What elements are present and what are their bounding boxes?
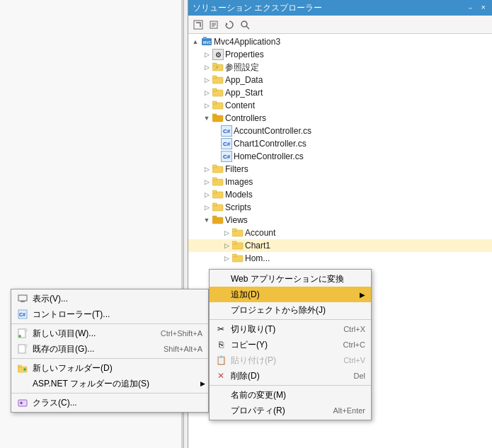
menu1-existing-item[interactable]: 既存の項目(G)... Shift+Alt+A bbox=[11, 341, 208, 357]
expander-controllers[interactable]: ▼ bbox=[201, 113, 212, 124]
images-label: Images bbox=[225, 177, 253, 187]
tree-item-references[interactable]: ▷ ↗ 参照設定 bbox=[188, 61, 492, 74]
panel-titlebar: ソリューション エクスプローラー － × bbox=[188, 0, 492, 16]
menu2-rename-icon bbox=[214, 389, 228, 401]
tree-item-app-data[interactable]: ▷ App_Data bbox=[188, 74, 492, 86]
expander-references[interactable]: ▷ bbox=[201, 62, 212, 73]
tree-item-content[interactable]: ▷ Content bbox=[188, 99, 492, 112]
chart1-icon bbox=[232, 240, 244, 251]
toolbar-search-icon[interactable] bbox=[238, 18, 252, 32]
titlebar-buttons: － × bbox=[464, 3, 488, 13]
menu1-existing-item-label: 既存の項目(G)... bbox=[33, 343, 149, 355]
properties-label: Properties bbox=[225, 50, 264, 59]
account-icon bbox=[232, 227, 244, 239]
tree-item-views[interactable]: ▼ Views bbox=[188, 214, 492, 226]
menu2-copy-icon: ⎘ bbox=[214, 339, 228, 350]
tree-item-home[interactable]: ▷ Hom... bbox=[188, 252, 492, 265]
menu2-delete[interactable]: ✕ 削除(D) Del bbox=[210, 368, 371, 384]
menu1-sep3 bbox=[11, 393, 208, 394]
menu2-cut[interactable]: ✂ 切り取り(T) Ctrl+X bbox=[210, 321, 371, 337]
svg-text:↗: ↗ bbox=[214, 65, 219, 70]
tree-item-filters[interactable]: ▷ Filters bbox=[188, 163, 492, 176]
svg-rect-27 bbox=[212, 190, 217, 193]
home-ctrl-label: HomeController.cs bbox=[234, 151, 304, 161]
menu2-web-convert-label: Web アプリケーションに変換 bbox=[231, 273, 365, 285]
tree-item-models[interactable]: ▷ Models bbox=[188, 188, 492, 201]
menu2-add-icon bbox=[214, 289, 228, 300]
close-button[interactable]: × bbox=[479, 3, 488, 13]
menu1-controller-icon: C# bbox=[16, 309, 30, 320]
tree-item-chart1[interactable]: ▷ Chart1 bbox=[188, 239, 492, 252]
chart1-ctrl-icon: C# bbox=[221, 138, 232, 149]
tree-item-account-ctrl[interactable]: C# AccountController.cs bbox=[188, 125, 492, 137]
menu2-exclude-icon bbox=[214, 304, 228, 316]
menu1-class[interactable]: ✦ クラス(C)... bbox=[11, 395, 208, 410]
tree-item-scripts[interactable]: ▷ Scripts bbox=[188, 201, 492, 214]
menu2-paste[interactable]: 📋 貼り付け(P) Ctrl+V bbox=[210, 352, 371, 368]
svg-rect-21 bbox=[212, 114, 217, 117]
expander-app-data[interactable]: ▷ bbox=[201, 74, 212, 86]
app-data-label: App_Data bbox=[225, 75, 263, 85]
expander-root[interactable]: ▲ bbox=[190, 36, 201, 47]
menu1-aspnet-folder-label: ASP.NET フォルダーの追加(S) bbox=[33, 378, 202, 390]
tree-item-images[interactable]: ▷ Images bbox=[188, 176, 492, 188]
expander-views[interactable]: ▼ bbox=[201, 214, 212, 226]
chart1-label: Chart1 bbox=[245, 241, 270, 251]
expander-scripts[interactable]: ▷ bbox=[201, 202, 212, 213]
expander-filters[interactable]: ▷ bbox=[201, 163, 212, 175]
menu2-add[interactable]: 追加(D) ▶ bbox=[210, 287, 371, 302]
svg-rect-15 bbox=[212, 76, 217, 79]
menu1-new-item[interactable]: 新しい項目(W)... Ctrl+Shift+A bbox=[11, 326, 208, 341]
svg-rect-19 bbox=[212, 101, 217, 104]
menu2-exclude[interactable]: プロジェクトから除外(J) bbox=[210, 302, 371, 318]
expander-models[interactable]: ▷ bbox=[201, 189, 212, 200]
toolbar-sync-icon[interactable] bbox=[191, 18, 205, 32]
expander-properties[interactable]: ▷ bbox=[201, 49, 212, 60]
expander-account[interactable]: ▷ bbox=[221, 227, 232, 239]
svg-rect-39 bbox=[21, 301, 25, 302]
tree-item-chart1-ctrl[interactable]: C# Chart1Controller.cs bbox=[188, 137, 492, 150]
app-data-icon bbox=[212, 74, 224, 86]
content-label: Content bbox=[225, 100, 255, 110]
menu1-class-icon: ✦ bbox=[16, 397, 30, 408]
menu2-paste-label: 貼り付け(P) bbox=[231, 355, 329, 367]
tree-item-properties[interactable]: ▷ ⚙ Properties bbox=[188, 48, 492, 61]
menu1-controller[interactable]: C# コントローラー(T)... bbox=[11, 306, 208, 322]
account-ctrl-label: AccountController.cs bbox=[234, 126, 311, 136]
menu2-rename[interactable]: 名前の変更(M) bbox=[210, 387, 371, 403]
pin-button[interactable]: － bbox=[464, 3, 476, 13]
menu2-cut-icon: ✂ bbox=[214, 323, 228, 335]
panel-title: ソリューション エクスプローラー bbox=[193, 2, 322, 14]
root-label: Mvc4Application3 bbox=[214, 37, 280, 47]
home-label: Hom... bbox=[245, 253, 270, 263]
expander-chart1[interactable]: ▷ bbox=[221, 240, 232, 251]
toolbar-props-icon[interactable] bbox=[207, 18, 221, 32]
menu1-new-item-shortcut: Ctrl+Shift+A bbox=[161, 329, 202, 338]
tree-item-controllers[interactable]: ▼ Controllers bbox=[188, 112, 492, 125]
menu1-display[interactable]: 表示(V)... bbox=[11, 291, 208, 306]
tree-item-home-ctrl[interactable]: C# HomeController.cs bbox=[188, 150, 492, 163]
svg-rect-44 bbox=[25, 329, 27, 331]
menu1-aspnet-folder[interactable]: ASP.NET フォルダーの追加(S) bbox=[11, 376, 208, 391]
menu2-copy[interactable]: ⎘ コピー(Y) Ctrl+C bbox=[210, 337, 371, 352]
menu2-delete-shortcut: Del bbox=[353, 372, 365, 380]
menu2-web-convert[interactable]: Web アプリケーションに変換 bbox=[210, 271, 371, 287]
svg-rect-35 bbox=[232, 241, 236, 244]
scripts-label: Scripts bbox=[225, 202, 251, 212]
expander-app-start[interactable]: ▷ bbox=[201, 87, 212, 98]
tree-item-root[interactable]: ▲ MVC Mvc4Application3 bbox=[188, 35, 492, 48]
menu2-properties[interactable]: プロパティ(R) Alt+Enter bbox=[210, 403, 371, 418]
menu1-new-item-icon bbox=[16, 328, 30, 339]
toolbar-refresh-icon[interactable] bbox=[222, 18, 236, 32]
expander-content[interactable]: ▷ bbox=[201, 100, 212, 111]
menu1-new-folder[interactable]: 新しいフォルダー(D) bbox=[11, 360, 208, 376]
app-start-icon bbox=[212, 87, 224, 98]
tree-item-account[interactable]: ▷ Account bbox=[188, 226, 492, 239]
tree-item-app-start[interactable]: ▷ App_Start bbox=[188, 86, 492, 99]
svg-rect-29 bbox=[212, 203, 217, 206]
expander-home[interactable]: ▷ bbox=[221, 253, 232, 264]
menu2-copy-shortcut: Ctrl+C bbox=[343, 340, 365, 349]
expander-images[interactable]: ▷ bbox=[201, 176, 212, 188]
svg-rect-33 bbox=[232, 229, 236, 231]
svg-text:C#: C# bbox=[19, 312, 25, 317]
